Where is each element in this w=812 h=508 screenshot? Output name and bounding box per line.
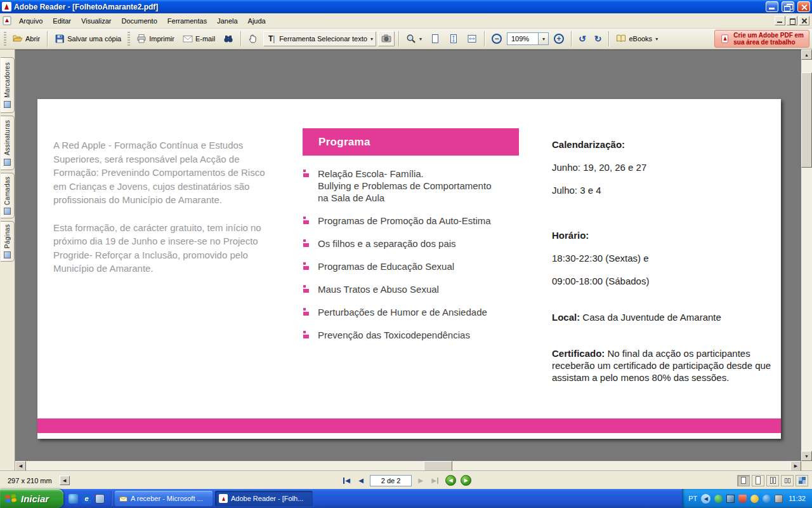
zoom-in-button[interactable]: +	[551, 31, 567, 46]
certificate-label: Certificado:	[552, 348, 605, 359]
open-button[interactable]: Abrir	[10, 31, 43, 46]
menu-visualizar[interactable]: Visualizar	[77, 15, 116, 27]
schedule-block: Calendarização: Junho: 19, 20, 26 e 27 J…	[552, 138, 777, 384]
actual-size-page-icon	[430, 34, 440, 44]
zoom-tool-button[interactable]: ▾	[403, 31, 425, 46]
save-copy-button[interactable]: Salvar uma cópia	[51, 31, 124, 46]
zoom-combo-arrow[interactable]: ▾	[538, 33, 548, 44]
continuous-layout-button[interactable]	[752, 475, 764, 486]
select-text-tool-button[interactable]: T| Ferramenta Selecionar texto ▾	[263, 31, 376, 46]
fit-page-button[interactable]	[445, 31, 462, 46]
quick-launch-msn-icon[interactable]	[69, 494, 78, 504]
next-page-button[interactable]: ▶	[415, 475, 426, 486]
first-page-button[interactable]: ◀	[341, 475, 352, 486]
title-bar[interactable]: Adobe Reader - [FolhetoAmarante2.pdf]	[0, 0, 812, 13]
tray-icon-network[interactable]	[726, 495, 735, 503]
start-button[interactable]: Iniciar	[0, 489, 63, 508]
search-button[interactable]	[220, 31, 237, 46]
status-scroll-left-button[interactable]: ◀	[60, 476, 70, 485]
windows-logo-icon	[4, 493, 17, 505]
snapshot-tool-button[interactable]	[378, 31, 395, 46]
menu-documento[interactable]: Documento	[117, 15, 162, 27]
tray-icon-antivirus[interactable]	[738, 495, 747, 503]
taskbar-item-adobe-reader[interactable]: Adobe Reader - [Folh...	[215, 491, 313, 506]
toolbar-grip[interactable]	[4, 32, 6, 46]
hide-icons-chevron[interactable]: ◀	[701, 494, 710, 504]
vertical-scroll-thumb[interactable]	[801, 72, 812, 168]
menu-editar[interactable]: Editar	[48, 15, 75, 27]
zoom-level-value[interactable]: 109%	[508, 33, 538, 44]
tray-icon-updates[interactable]	[750, 495, 759, 503]
page-footer-bar	[37, 418, 781, 433]
doc-restore-button[interactable]	[787, 16, 797, 25]
hand-tool-button[interactable]	[245, 31, 261, 46]
status-bar: 297 x 210 mm ◀ ◀ ◀ 2 de 2 ▶ ▶ ◀ ▶	[0, 471, 812, 489]
document-area[interactable]: A Red Apple - Formação Contínua e Estudo…	[15, 50, 801, 461]
horizontal-scroll-thumb[interactable]	[424, 461, 452, 471]
doc-minimize-button[interactable]	[775, 16, 785, 25]
rotate-counterclockwise-icon: ↺	[579, 34, 586, 44]
zoom-level-combo[interactable]: 109% ▾	[507, 32, 549, 45]
restore-button[interactable]	[782, 1, 794, 12]
rotate-counterclockwise-button[interactable]: ↺	[575, 31, 589, 46]
tray-icon-messenger[interactable]	[714, 495, 723, 503]
vertical-scrollbar[interactable]: ▲ ▼	[801, 50, 812, 461]
doc-close-button[interactable]	[799, 16, 809, 25]
toolbar-grip[interactable]	[128, 32, 130, 46]
scroll-left-button[interactable]: ◀	[15, 461, 26, 471]
tab-marcadores[interactable]: Marcadores	[1, 57, 15, 113]
program-item: Prevenção das Toxicodependências	[303, 329, 527, 341]
tray-icon-volume[interactable]	[763, 495, 771, 503]
quick-launch-internet-explorer-icon[interactable]: e	[82, 494, 91, 504]
menu-ajuda[interactable]: Ajuda	[244, 15, 270, 27]
menu-arquivo[interactable]: Arquivo	[15, 15, 47, 27]
tab-paginas[interactable]: Páginas	[1, 221, 15, 262]
tray-icon-display[interactable]	[775, 495, 783, 503]
adobe-reader-icon	[219, 494, 228, 503]
zoom-out-button[interactable]: −	[488, 31, 505, 46]
previous-page-button[interactable]: ◀	[355, 475, 367, 486]
close-button[interactable]	[797, 1, 810, 12]
continuous-facing-layout-button[interactable]	[766, 475, 779, 486]
vertical-scroll-track[interactable]	[801, 60, 812, 451]
email-button[interactable]: E-mail	[180, 31, 218, 46]
page-number-field[interactable]: 2 de 2	[370, 475, 412, 486]
last-page-button[interactable]: ▶	[429, 475, 441, 486]
ebooks-button[interactable]: eBooks ▾	[613, 31, 661, 46]
taskbar-item-outlook[interactable]: A receber - Microsoft ...	[115, 491, 213, 506]
menu-janela[interactable]: Janela	[213, 15, 242, 27]
continuous-page-icon	[756, 476, 761, 485]
fit-width-button[interactable]	[464, 31, 480, 46]
text-select-icon: T|	[266, 34, 277, 44]
menu-ferramentas[interactable]: Ferramentas	[163, 15, 211, 27]
left-arrow-icon: ◀	[63, 478, 66, 483]
create-pdf-button[interactable]: Crie um Adobe PDF em sua área de trabalh…	[714, 30, 809, 48]
rotate-clockwise-button[interactable]: ↻	[591, 31, 605, 46]
fit-width-icon	[467, 34, 477, 44]
language-indicator[interactable]: PT	[688, 495, 697, 502]
horizontal-scroll-track[interactable]	[26, 461, 790, 471]
scroll-down-button[interactable]: ▼	[801, 451, 812, 461]
tab-camadas[interactable]: Camadas	[1, 173, 15, 218]
previous-view-button[interactable]: ◀	[445, 475, 456, 486]
quick-launch-show-desktop-icon[interactable]	[95, 494, 105, 504]
tab-assinaturas[interactable]: Assinaturas	[1, 116, 15, 170]
print-button[interactable]: Imprimir	[133, 31, 178, 46]
open-folder-icon	[13, 34, 23, 44]
fullscreen-view-button[interactable]	[796, 475, 808, 486]
actual-size-button[interactable]	[427, 31, 443, 46]
navigation-panel-strip: Marcadores Assinaturas Camadas Páginas	[0, 50, 15, 471]
minimize-button[interactable]	[766, 1, 778, 12]
program-item: Programas de Educação Sexual	[303, 260, 527, 272]
scrollbar-corner	[801, 461, 812, 471]
menu-bar: Arquivo Editar Visualizar Documento Ferr…	[0, 13, 812, 29]
scroll-right-button[interactable]: ▶	[790, 461, 801, 471]
scroll-up-button[interactable]: ▲	[801, 50, 812, 60]
zoom-out-icon: −	[492, 34, 502, 44]
next-view-button[interactable]: ▶	[461, 475, 471, 486]
horizontal-scrollbar[interactable]: ◀ ▶	[15, 461, 801, 471]
facing-page-icon	[788, 478, 790, 483]
single-page-layout-button[interactable]	[737, 475, 750, 486]
facing-layout-button[interactable]	[781, 475, 794, 486]
clock[interactable]: 11:32	[789, 495, 806, 502]
